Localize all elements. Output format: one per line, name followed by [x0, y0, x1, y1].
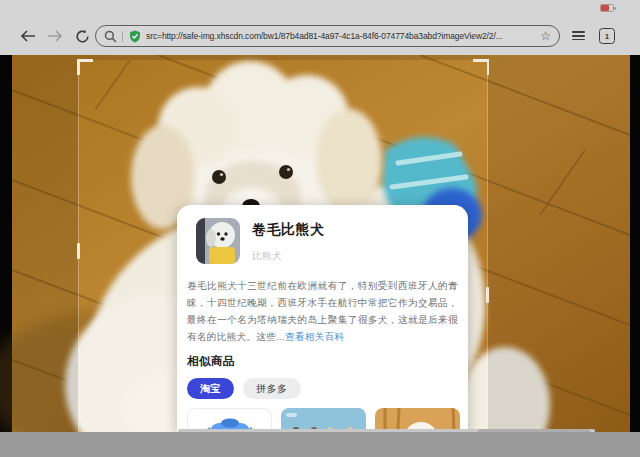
address-bar[interactable]: src=http://safe-img.xhscdn.com/bw1/87b4a…: [95, 25, 560, 47]
card-description: 卷毛比熊犬十三世纪前在欧洲就有了，特别受到西班牙人的青睐，十四世纪晚期，西班牙水…: [187, 277, 458, 345]
crop-handle-top-right[interactable]: [473, 59, 489, 75]
crop-handle-right-middle[interactable]: [486, 287, 489, 303]
star-bookmark-icon[interactable]: ☆: [540, 29, 551, 43]
tab-taobao[interactable]: 淘宝: [187, 378, 234, 399]
taskbar: ◁: [0, 432, 640, 457]
tab-counter[interactable]: 1: [599, 28, 615, 44]
crop-dim-top: [78, 55, 488, 60]
card-header-text: 卷毛比熊犬 比熊犬: [252, 218, 325, 264]
encyclopedia-link[interactable]: 查看相关百科: [285, 331, 344, 342]
marketplace-tabs: 淘宝 拼多多: [187, 378, 458, 399]
crop-handle-left-middle[interactable]: [77, 243, 80, 259]
tab-pinduoduo[interactable]: 拼多多: [243, 378, 301, 399]
image-recognition-card: 卷毛比熊犬 比熊犬 卷毛比熊犬十三世纪前在欧洲就有了，特别受到西班牙人的青睐，十…: [177, 205, 468, 432]
reload-icon[interactable]: [72, 26, 92, 46]
browser-toolbar: src=http://safe-img.xhscdn.com/bw1/87b4a…: [0, 0, 640, 55]
crop-handle-top-left[interactable]: [77, 59, 93, 75]
search-icon: [104, 30, 117, 43]
card-title: 卷毛比熊犬: [252, 221, 325, 239]
similar-products-heading: 相似商品: [187, 354, 458, 369]
forward-arrow-icon[interactable]: [45, 26, 65, 46]
divider: [122, 31, 123, 42]
back-arrow-icon[interactable]: [18, 26, 38, 46]
card-header: 卷毛比熊犬 比熊犬: [187, 218, 458, 264]
crop-dim-right: [488, 55, 630, 432]
crop-edge-right[interactable]: [487, 60, 488, 432]
menu-icon[interactable]: [572, 29, 585, 42]
card-subtitle: 比熊犬: [252, 250, 325, 263]
url-text[interactable]: src=http://safe-img.xhscdn.com/bw1/87b4a…: [146, 31, 534, 41]
security-shield-icon[interactable]: [129, 30, 141, 43]
battery-low-icon: [600, 4, 614, 12]
crop-dim-left: [12, 55, 78, 432]
recognized-dog-thumbnail[interactable]: [196, 218, 240, 264]
